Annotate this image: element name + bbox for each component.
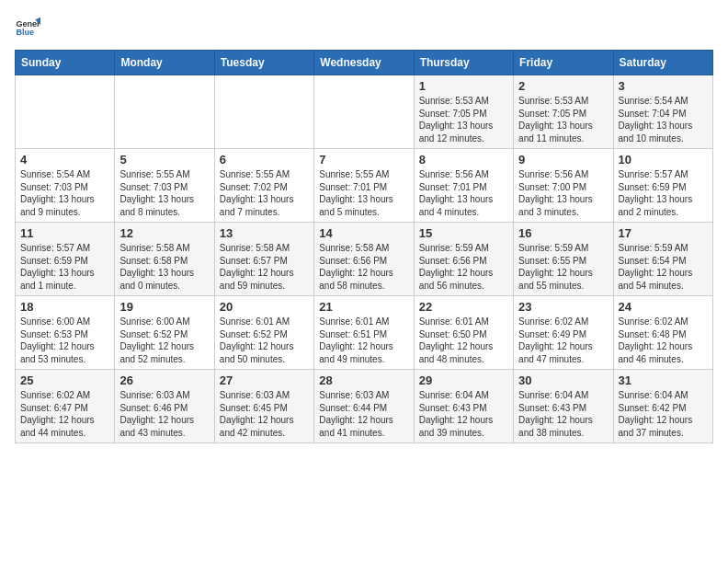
day-info: Sunrise: 5:55 AM Sunset: 7:03 PM Dayligh… bbox=[119, 168, 209, 218]
calendar-cell: 19Sunrise: 6:00 AM Sunset: 6:52 PM Dayli… bbox=[115, 296, 214, 370]
day-number: 18 bbox=[20, 300, 109, 314]
day-number: 10 bbox=[619, 153, 708, 167]
calendar-cell: 28Sunrise: 6:03 AM Sunset: 6:44 PM Dayli… bbox=[314, 370, 414, 443]
day-info: Sunrise: 5:53 AM Sunset: 7:05 PM Dayligh… bbox=[518, 95, 608, 144]
calendar-cell bbox=[115, 75, 214, 149]
calendar-cell: 20Sunrise: 6:01 AM Sunset: 6:52 PM Dayli… bbox=[214, 296, 313, 370]
day-number: 24 bbox=[619, 300, 708, 314]
day-number: 13 bbox=[220, 226, 309, 240]
day-number: 15 bbox=[419, 226, 508, 240]
calendar-cell: 2Sunrise: 5:53 AM Sunset: 7:05 PM Daylig… bbox=[514, 75, 613, 149]
calendar-cell: 15Sunrise: 5:59 AM Sunset: 6:56 PM Dayli… bbox=[414, 223, 513, 296]
day-info: Sunrise: 5:59 AM Sunset: 6:56 PM Dayligh… bbox=[419, 242, 508, 292]
svg-text:Blue: Blue bbox=[16, 28, 34, 37]
calendar-week-row: 4Sunrise: 5:54 AM Sunset: 7:03 PM Daylig… bbox=[16, 149, 713, 223]
day-number: 31 bbox=[619, 373, 708, 387]
day-info: Sunrise: 6:03 AM Sunset: 6:44 PM Dayligh… bbox=[319, 389, 408, 439]
calendar-cell: 30Sunrise: 6:04 AM Sunset: 6:43 PM Dayli… bbox=[514, 370, 613, 443]
day-info: Sunrise: 6:03 AM Sunset: 6:45 PM Dayligh… bbox=[220, 389, 309, 439]
calendar-cell: 8Sunrise: 5:56 AM Sunset: 7:01 PM Daylig… bbox=[414, 149, 513, 223]
weekday-header: Wednesday bbox=[314, 51, 414, 75]
day-info: Sunrise: 5:54 AM Sunset: 7:03 PM Dayligh… bbox=[20, 168, 109, 218]
day-info: Sunrise: 6:01 AM Sunset: 6:52 PM Dayligh… bbox=[220, 316, 309, 365]
day-info: Sunrise: 6:02 AM Sunset: 6:47 PM Dayligh… bbox=[20, 389, 109, 439]
weekday-header: Friday bbox=[514, 51, 613, 75]
calendar-cell: 29Sunrise: 6:04 AM Sunset: 6:43 PM Dayli… bbox=[414, 370, 513, 443]
day-info: Sunrise: 6:04 AM Sunset: 6:42 PM Dayligh… bbox=[619, 389, 708, 439]
day-info: Sunrise: 5:53 AM Sunset: 7:05 PM Dayligh… bbox=[419, 95, 508, 144]
day-number: 25 bbox=[20, 373, 109, 387]
calendar-cell: 5Sunrise: 5:55 AM Sunset: 7:03 PM Daylig… bbox=[115, 149, 214, 223]
weekday-header-row: SundayMondayTuesdayWednesdayThursdayFrid… bbox=[16, 51, 713, 75]
day-number: 1 bbox=[419, 79, 508, 93]
calendar-cell: 6Sunrise: 5:55 AM Sunset: 7:02 PM Daylig… bbox=[214, 149, 313, 223]
day-number: 9 bbox=[518, 153, 608, 167]
day-number: 8 bbox=[419, 153, 508, 167]
day-number: 23 bbox=[518, 300, 608, 314]
day-number: 26 bbox=[119, 373, 209, 387]
calendar-cell: 22Sunrise: 6:01 AM Sunset: 6:50 PM Dayli… bbox=[414, 296, 513, 370]
day-number: 7 bbox=[319, 153, 408, 167]
calendar-week-row: 25Sunrise: 6:02 AM Sunset: 6:47 PM Dayli… bbox=[16, 370, 713, 443]
calendar-cell: 13Sunrise: 5:58 AM Sunset: 6:57 PM Dayli… bbox=[214, 223, 313, 296]
calendar-cell: 18Sunrise: 6:00 AM Sunset: 6:53 PM Dayli… bbox=[16, 296, 115, 370]
calendar-cell: 12Sunrise: 5:58 AM Sunset: 6:58 PM Dayli… bbox=[115, 223, 214, 296]
day-number: 3 bbox=[619, 79, 708, 93]
day-number: 30 bbox=[518, 373, 608, 387]
calendar-cell: 31Sunrise: 6:04 AM Sunset: 6:42 PM Dayli… bbox=[613, 370, 712, 443]
calendar-cell: 7Sunrise: 5:55 AM Sunset: 7:01 PM Daylig… bbox=[314, 149, 414, 223]
day-number: 28 bbox=[319, 373, 408, 387]
day-info: Sunrise: 5:54 AM Sunset: 7:04 PM Dayligh… bbox=[619, 95, 708, 144]
calendar-cell: 3Sunrise: 5:54 AM Sunset: 7:04 PM Daylig… bbox=[613, 75, 712, 149]
page-header: General Blue bbox=[15, 15, 713, 40]
logo: General Blue bbox=[15, 15, 40, 40]
day-info: Sunrise: 6:03 AM Sunset: 6:46 PM Dayligh… bbox=[119, 389, 209, 439]
calendar-cell: 17Sunrise: 5:59 AM Sunset: 6:54 PM Dayli… bbox=[613, 223, 712, 296]
weekday-header: Monday bbox=[115, 51, 214, 75]
logo-icon: General Blue bbox=[15, 15, 40, 40]
day-info: Sunrise: 6:02 AM Sunset: 6:49 PM Dayligh… bbox=[518, 316, 608, 365]
day-number: 29 bbox=[419, 373, 508, 387]
calendar-cell bbox=[214, 75, 313, 149]
day-info: Sunrise: 5:57 AM Sunset: 6:59 PM Dayligh… bbox=[619, 168, 708, 218]
day-number: 16 bbox=[518, 226, 608, 240]
calendar-table: SundayMondayTuesdayWednesdayThursdayFrid… bbox=[15, 50, 713, 443]
day-info: Sunrise: 5:55 AM Sunset: 7:01 PM Dayligh… bbox=[319, 168, 408, 218]
weekday-header: Sunday bbox=[16, 51, 115, 75]
day-number: 19 bbox=[119, 300, 209, 314]
calendar-header: SundayMondayTuesdayWednesdayThursdayFrid… bbox=[16, 51, 713, 75]
day-info: Sunrise: 5:59 AM Sunset: 6:55 PM Dayligh… bbox=[518, 242, 608, 292]
calendar-cell: 11Sunrise: 5:57 AM Sunset: 6:59 PM Dayli… bbox=[16, 223, 115, 296]
calendar-cell: 1Sunrise: 5:53 AM Sunset: 7:05 PM Daylig… bbox=[414, 75, 513, 149]
calendar-cell: 14Sunrise: 5:58 AM Sunset: 6:56 PM Dayli… bbox=[314, 223, 414, 296]
day-info: Sunrise: 5:57 AM Sunset: 6:59 PM Dayligh… bbox=[20, 242, 109, 292]
day-info: Sunrise: 5:58 AM Sunset: 6:57 PM Dayligh… bbox=[220, 242, 309, 292]
day-number: 20 bbox=[220, 300, 309, 314]
day-info: Sunrise: 5:55 AM Sunset: 7:02 PM Dayligh… bbox=[220, 168, 309, 218]
weekday-header: Saturday bbox=[613, 51, 712, 75]
day-info: Sunrise: 6:02 AM Sunset: 6:48 PM Dayligh… bbox=[619, 316, 708, 365]
day-number: 6 bbox=[220, 153, 309, 167]
calendar-cell: 24Sunrise: 6:02 AM Sunset: 6:48 PM Dayli… bbox=[613, 296, 712, 370]
day-number: 12 bbox=[119, 226, 209, 240]
day-number: 17 bbox=[619, 226, 708, 240]
calendar-week-row: 11Sunrise: 5:57 AM Sunset: 6:59 PM Dayli… bbox=[16, 223, 713, 296]
day-info: Sunrise: 5:58 AM Sunset: 6:56 PM Dayligh… bbox=[319, 242, 408, 292]
weekday-header: Tuesday bbox=[214, 51, 313, 75]
day-number: 4 bbox=[20, 153, 109, 167]
calendar-cell: 21Sunrise: 6:01 AM Sunset: 6:51 PM Dayli… bbox=[314, 296, 414, 370]
day-number: 27 bbox=[220, 373, 309, 387]
day-number: 11 bbox=[20, 226, 109, 240]
calendar-week-row: 18Sunrise: 6:00 AM Sunset: 6:53 PM Dayli… bbox=[16, 296, 713, 370]
day-number: 14 bbox=[319, 226, 408, 240]
day-info: Sunrise: 5:56 AM Sunset: 7:01 PM Dayligh… bbox=[419, 168, 508, 218]
day-info: Sunrise: 5:56 AM Sunset: 7:00 PM Dayligh… bbox=[518, 168, 608, 218]
day-number: 21 bbox=[319, 300, 408, 314]
calendar-body: 1Sunrise: 5:53 AM Sunset: 7:05 PM Daylig… bbox=[16, 75, 713, 443]
calendar-cell bbox=[16, 75, 115, 149]
calendar-cell: 9Sunrise: 5:56 AM Sunset: 7:00 PM Daylig… bbox=[514, 149, 613, 223]
day-info: Sunrise: 6:04 AM Sunset: 6:43 PM Dayligh… bbox=[419, 389, 508, 439]
calendar-cell: 25Sunrise: 6:02 AM Sunset: 6:47 PM Dayli… bbox=[16, 370, 115, 443]
day-info: Sunrise: 6:00 AM Sunset: 6:53 PM Dayligh… bbox=[20, 316, 109, 365]
calendar-cell: 23Sunrise: 6:02 AM Sunset: 6:49 PM Dayli… bbox=[514, 296, 613, 370]
